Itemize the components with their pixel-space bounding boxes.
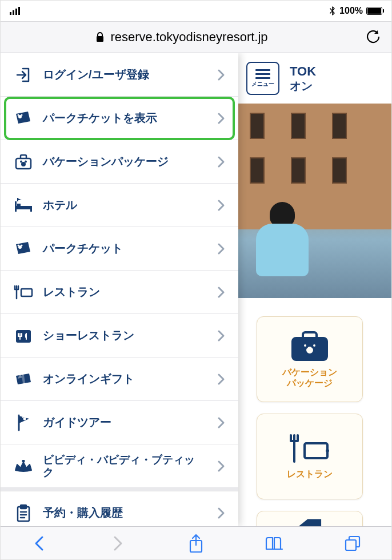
site-header-title: TOK オン: [290, 64, 316, 93]
restaurant-icon: [13, 282, 34, 303]
share-button[interactable]: [182, 530, 210, 557]
svg-point-24: [18, 244, 19, 246]
show-restaurant-icon: [13, 325, 34, 346]
gift-icon: [13, 369, 34, 390]
menu-item-restaurant[interactable]: レストラン: [1, 271, 238, 314]
menu-item-login[interactable]: ログイン/ユーザ登録: [1, 53, 238, 97]
svg-rect-2: [15, 9, 17, 15]
svg-point-10: [327, 450, 328, 451]
menu-item-label: オンラインギフト: [43, 371, 205, 387]
svg-rect-26: [21, 289, 32, 296]
hero-image: [238, 104, 391, 298]
page-content: メニュー TOK オン: [1, 53, 391, 526]
svg-point-13: [21, 114, 23, 116]
tiara-icon: [13, 456, 34, 476]
menu-item-label: ログイン/ユーザ登録: [43, 67, 205, 82]
tile-vacation-line1: バケーション: [282, 367, 337, 378]
navigation-drawer: ログイン/ユーザ登録 パークチケットを表示 バケーションパッケージ: [1, 53, 238, 526]
header-title-line1: TOK: [290, 64, 316, 79]
lock-icon: [95, 31, 105, 43]
menu-item-label: パークチケットを表示: [43, 110, 205, 126]
bookmarks-button[interactable]: [261, 530, 288, 557]
menu-button-label: メニュー: [251, 80, 274, 88]
browser-toolbar: [1, 526, 391, 559]
clipboard-icon: [13, 503, 34, 523]
svg-rect-34: [21, 505, 26, 509]
menu-item-label: 予約・購入履歴: [43, 505, 205, 521]
menu-button[interactable]: メニュー: [246, 62, 279, 95]
menu-item-bibbidi[interactable]: ビビディ・バビディ・ブティック: [1, 444, 238, 488]
menu-item-show-restaurant[interactable]: ショーレストラン: [1, 314, 238, 358]
menu-item-label: パークチケット: [43, 241, 205, 256]
refresh-button[interactable]: [363, 29, 383, 45]
url-field[interactable]: reserve.tokyodisneyresort.jp: [9, 30, 355, 45]
svg-point-8: [312, 343, 317, 348]
login-icon: [13, 65, 34, 85]
svg-rect-9: [305, 443, 327, 458]
chevron-right-icon: [214, 156, 228, 168]
tile-vacation-line2: パッケージ: [282, 378, 337, 388]
signal-indicator: [10, 7, 22, 15]
menu-item-vacation[interactable]: バケーションパッケージ: [1, 140, 238, 184]
chevron-right-icon: [214, 112, 228, 125]
status-bar: 100%: [1, 1, 391, 21]
chevron-right-icon: [214, 329, 228, 342]
tile-restaurant-label: レストラン: [287, 468, 333, 479]
chevron-right-icon: [214, 199, 228, 212]
svg-rect-1: [13, 10, 14, 15]
svg-rect-21: [17, 204, 21, 206]
svg-point-25: [21, 244, 23, 246]
chevron-right-icon: [214, 507, 228, 519]
tile-vacation-package[interactable]: バケーション パッケージ: [257, 316, 363, 402]
menu-item-hotel[interactable]: ホテル: [1, 184, 238, 227]
menu-item-label: バケーションパッケージ: [43, 154, 205, 169]
svg-rect-36: [346, 540, 356, 550]
svg-point-32: [23, 460, 25, 462]
chevron-right-icon: [214, 69, 228, 81]
menu-item-label: ガイドツアー: [43, 415, 205, 430]
menu-item-label: レストラン: [43, 284, 205, 300]
menu-item-label: ビビディ・バビディ・ブティック: [43, 454, 205, 479]
menu-item-online-gift[interactable]: オンラインギフト: [1, 358, 238, 401]
tile-restaurant[interactable]: レストラン: [257, 414, 363, 499]
svg-point-17: [25, 160, 27, 162]
menu-item-park-ticket[interactable]: パークチケット: [1, 227, 238, 271]
menu-item-show-ticket[interactable]: パークチケットを表示: [1, 97, 238, 140]
chevron-right-icon: [214, 243, 228, 255]
chevron-right-icon: [214, 286, 228, 299]
svg-point-7: [303, 343, 307, 348]
chevron-right-icon: [214, 373, 228, 386]
battery-pct: 100%: [339, 6, 363, 16]
url-text: reserve.tokyodisneyresort.jp: [110, 30, 267, 45]
menu-item-guide-tour[interactable]: ガイドツアー: [1, 401, 238, 444]
suitcase-icon: [13, 152, 34, 172]
svg-point-16: [20, 160, 22, 162]
menu-item-label: ホテル: [43, 197, 205, 213]
chevron-right-icon: [214, 460, 228, 472]
phone-screen: 100% reserve.tokyodisneyresort.jp メニュー: [0, 0, 392, 560]
tile-partial[interactable]: [257, 511, 363, 526]
battery-icon: [366, 7, 382, 15]
flag-icon: [13, 412, 34, 433]
svg-rect-3: [18, 7, 20, 15]
svg-rect-0: [10, 12, 11, 15]
menu-item-history[interactable]: 予約・購入履歴: [1, 491, 238, 526]
svg-rect-4: [97, 36, 103, 42]
chevron-right-icon: [214, 416, 228, 429]
tabs-button[interactable]: [339, 530, 366, 557]
menu-item-label: ショーレストラン: [43, 328, 205, 343]
svg-point-12: [18, 114, 19, 116]
svg-point-30: [22, 416, 23, 418]
ticket-show-icon: [13, 108, 34, 129]
forward-button: [104, 530, 131, 557]
header-title-line2: オン: [290, 79, 316, 93]
svg-point-31: [26, 416, 27, 418]
back-button[interactable]: [26, 530, 53, 557]
bed-icon: [13, 195, 34, 216]
svg-point-29: [23, 417, 26, 420]
svg-rect-20: [30, 206, 32, 212]
browser-address-bar: reserve.tokyodisneyresort.jp: [1, 21, 391, 53]
svg-point-15: [21, 162, 26, 166]
bluetooth-icon: [329, 6, 336, 16]
ticket-icon: [13, 239, 34, 259]
